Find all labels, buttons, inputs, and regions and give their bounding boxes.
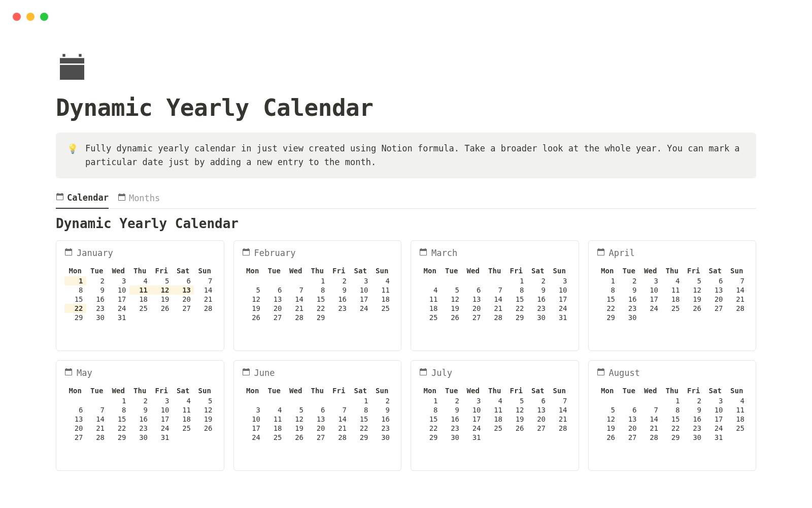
- calendar-cell[interactable]: 2: [371, 396, 393, 405]
- calendar-cell[interactable]: 29: [108, 433, 129, 442]
- calendar-cell[interactable]: 16: [328, 295, 350, 304]
- calendar-cell[interactable]: 30: [683, 433, 705, 442]
- calendar-cell[interactable]: 29: [307, 313, 328, 322]
- calendar-cell[interactable]: 29: [350, 433, 371, 442]
- calendar-cell[interactable]: 19: [285, 424, 307, 433]
- calendar-cell[interactable]: 6: [173, 276, 194, 285]
- calendar-cell[interactable]: 13: [462, 295, 484, 304]
- calendar-cell[interactable]: 28: [726, 304, 748, 313]
- calendar-cell[interactable]: 19: [194, 415, 216, 424]
- calendar-cell[interactable]: 3: [462, 396, 484, 405]
- calendar-cell[interactable]: 6: [64, 405, 86, 415]
- calendar-cell[interactable]: 14: [194, 285, 216, 295]
- calendar-cell[interactable]: 13: [618, 415, 640, 424]
- calendar-cell[interactable]: 4: [661, 276, 683, 285]
- calendar-cell[interactable]: 27: [527, 424, 549, 433]
- calendar-cell[interactable]: 31: [549, 313, 570, 322]
- calendar-cell[interactable]: 15: [108, 415, 129, 424]
- calendar-cell[interactable]: 14: [328, 415, 350, 424]
- calendar-cell[interactable]: 27: [704, 304, 726, 313]
- calendar-cell[interactable]: 14: [285, 295, 307, 304]
- calendar-cell[interactable]: 4: [726, 396, 748, 405]
- calendar-cell[interactable]: 13: [263, 295, 285, 304]
- calendar-cell[interactable]: 18: [371, 295, 393, 304]
- calendar-cell[interactable]: 26: [683, 304, 705, 313]
- calendar-cell[interactable]: 9: [618, 285, 640, 295]
- calendar-cell[interactable]: 16: [441, 415, 463, 424]
- calendar-cell[interactable]: 21: [194, 295, 216, 304]
- calendar-cell[interactable]: 25: [726, 424, 748, 433]
- calendar-cell[interactable]: 28: [285, 313, 307, 322]
- calendar-cell[interactable]: 24: [640, 304, 662, 313]
- calendar-cell[interactable]: 16: [527, 295, 549, 304]
- calendar-cell[interactable]: 15: [350, 415, 371, 424]
- minimize-window-button[interactable]: [26, 13, 35, 21]
- calendar-cell[interactable]: 14: [86, 415, 108, 424]
- calendar-cell[interactable]: 22: [661, 424, 683, 433]
- calendar-cell[interactable]: 1: [505, 276, 527, 285]
- calendar-cell[interactable]: 17: [350, 295, 371, 304]
- calendar-cell[interactable]: 30: [527, 313, 549, 322]
- calendar-cell[interactable]: 8: [661, 405, 683, 415]
- calendar-cell[interactable]: 16: [86, 295, 108, 304]
- calendar-cell[interactable]: 17: [549, 295, 570, 304]
- calendar-cell[interactable]: 11: [129, 285, 151, 295]
- calendar-cell[interactable]: 21: [640, 424, 662, 433]
- calendar-cell[interactable]: 18: [263, 424, 285, 433]
- calendar-cell[interactable]: 7: [328, 405, 350, 415]
- calendar-cell[interactable]: 22: [505, 304, 527, 313]
- calendar-cell[interactable]: 7: [86, 405, 108, 415]
- calendar-cell[interactable]: 3: [704, 396, 726, 405]
- calendar-cell[interactable]: 10: [350, 285, 371, 295]
- calendar-cell[interactable]: 20: [527, 415, 549, 424]
- calendar-cell[interactable]: 16: [129, 415, 151, 424]
- month-card-april[interactable]: AprilMonTueWedThuFriSatSun12345678910111…: [588, 240, 757, 351]
- calendar-cell[interactable]: 24: [704, 424, 726, 433]
- calendar-cell[interactable]: 28: [86, 433, 108, 442]
- calendar-cell[interactable]: 27: [173, 304, 194, 313]
- calendar-cell[interactable]: 4: [263, 405, 285, 415]
- calendar-cell[interactable]: 25: [484, 424, 506, 433]
- calendar-cell[interactable]: 6: [462, 285, 484, 295]
- calendar-cell[interactable]: 24: [242, 433, 264, 442]
- calendar-cell[interactable]: 3: [242, 405, 264, 415]
- calendar-cell[interactable]: 7: [484, 285, 506, 295]
- calendar-cell[interactable]: 12: [194, 405, 216, 415]
- calendar-cell[interactable]: 20: [263, 304, 285, 313]
- calendar-cell[interactable]: 13: [173, 285, 194, 295]
- calendar-cell[interactable]: 6: [704, 276, 726, 285]
- calendar-cell[interactable]: 26: [505, 424, 527, 433]
- maximize-window-button[interactable]: [40, 13, 48, 21]
- calendar-cell[interactable]: 5: [285, 405, 307, 415]
- calendar-cell[interactable]: 25: [419, 313, 441, 322]
- calendar-cell[interactable]: 25: [371, 304, 393, 313]
- calendar-cell[interactable]: 9: [441, 405, 463, 415]
- calendar-cell[interactable]: 11: [173, 405, 194, 415]
- month-card-august[interactable]: AugustMonTueWedThuFriSatSun 123456789101…: [588, 360, 757, 471]
- calendar-cell[interactable]: 27: [263, 313, 285, 322]
- calendar-cell[interactable]: 11: [263, 415, 285, 424]
- calendar-cell[interactable]: 2: [129, 396, 151, 405]
- calendar-cell[interactable]: 13: [527, 405, 549, 415]
- calendar-cell[interactable]: 12: [505, 405, 527, 415]
- calendar-cell[interactable]: 23: [371, 424, 393, 433]
- calendar-cell[interactable]: 17: [704, 415, 726, 424]
- calendar-cell[interactable]: 8: [505, 285, 527, 295]
- calendar-cell[interactable]: 1: [419, 396, 441, 405]
- calendar-cell[interactable]: 17: [462, 415, 484, 424]
- calendar-cell[interactable]: 10: [462, 405, 484, 415]
- calendar-cell[interactable]: 11: [661, 285, 683, 295]
- calendar-cell[interactable]: 10: [549, 285, 570, 295]
- calendar-cell[interactable]: 2: [86, 276, 108, 285]
- calendar-cell[interactable]: 7: [194, 276, 216, 285]
- calendar-cell[interactable]: 23: [328, 304, 350, 313]
- calendar-cell[interactable]: 23: [86, 304, 108, 313]
- month-card-june[interactable]: JuneMonTueWedThuFriSatSun 12345678910111…: [233, 360, 402, 471]
- calendar-cell[interactable]: 2: [683, 396, 705, 405]
- calendar-cell[interactable]: 20: [462, 304, 484, 313]
- calendar-cell[interactable]: 29: [419, 433, 441, 442]
- calendar-cell[interactable]: 21: [285, 304, 307, 313]
- calendar-cell[interactable]: 7: [640, 405, 662, 415]
- calendar-cell[interactable]: 22: [108, 424, 129, 433]
- calendar-cell[interactable]: 7: [549, 396, 570, 405]
